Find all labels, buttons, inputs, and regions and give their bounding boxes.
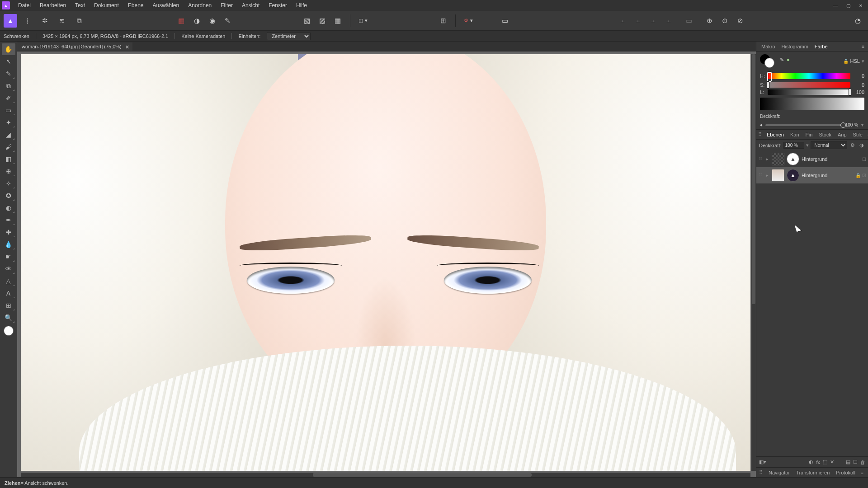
layers-panel-menu-icon[interactable]: ≡ xyxy=(866,132,868,137)
saturation-slider[interactable] xyxy=(768,82,850,88)
assistant-dropdown[interactable]: ⚙▾ xyxy=(461,16,476,25)
tab-protokoll[interactable]: Protokoll xyxy=(833,469,859,477)
layer-type-icon[interactable]: ▲ xyxy=(787,169,799,182)
add-adjustment-button[interactable]: ◐ xyxy=(809,459,813,465)
autocontrast-button[interactable]: ◉ xyxy=(205,14,219,28)
add-layer-button[interactable]: ☐ xyxy=(853,459,858,465)
tab-farbe[interactable]: Farbe xyxy=(811,42,831,51)
document-tab[interactable]: woman-1919143_640.jpg [Geändert] (75,0%)… xyxy=(17,42,132,51)
layer-thumbnail[interactable] xyxy=(772,153,784,165)
gradient-tool[interactable]: ◢ xyxy=(2,129,15,141)
tab-anpassung[interactable]: Anp xyxy=(835,131,850,139)
add-mask-button[interactable]: ⬚ xyxy=(823,459,827,465)
layer-item[interactable]: ⠿ ▸ ▲ Hintergrund ☐ xyxy=(756,151,868,167)
luminance-slider[interactable] xyxy=(768,89,850,95)
sync-cloud-button[interactable]: ⊘ xyxy=(733,14,747,28)
add-live-button[interactable]: ✕ xyxy=(830,459,834,465)
selection-a-button[interactable]: ▧ xyxy=(300,14,314,28)
menu-anordnen[interactable]: Anordnen xyxy=(184,0,216,10)
panel-grip-icon[interactable]: ⠿ xyxy=(759,469,763,475)
units-select[interactable]: Zentimeter xyxy=(267,32,311,40)
tab-histogramm[interactable]: Histogramm xyxy=(778,42,811,51)
checkbox-icon[interactable]: ☐ xyxy=(862,157,866,162)
merge-button[interactable]: ▤ xyxy=(846,459,850,465)
tab-pinsel[interactable]: Pin xyxy=(802,131,816,139)
selection-c-button[interactable]: ▦ xyxy=(331,14,344,28)
autolevels-button[interactable]: ◑ xyxy=(190,14,203,28)
foreground-color-swatch[interactable] xyxy=(4,326,14,336)
account-button[interactable]: ◔ xyxy=(851,14,864,28)
crop-tool[interactable]: ⧉ xyxy=(2,80,15,92)
preview-button[interactable]: ▭ xyxy=(498,14,512,28)
quickmask-dropdown[interactable]: ◫▾ xyxy=(356,16,370,25)
blur-tool[interactable]: 💧 xyxy=(2,239,15,250)
lock-icon[interactable]: 🔒 xyxy=(855,173,861,178)
dodge-tool[interactable]: ✪ xyxy=(2,190,15,202)
flood-select-tool[interactable]: ✦ xyxy=(2,117,15,128)
move-tool[interactable]: ↖ xyxy=(2,56,15,67)
selection-b-button[interactable]: ▨ xyxy=(316,14,329,28)
hue-slider[interactable] xyxy=(768,73,850,79)
canvas[interactable] xyxy=(21,54,750,471)
tab-ebenen[interactable]: Ebenen xyxy=(764,131,787,139)
eyedropper-icon[interactable]: ✎ xyxy=(780,57,784,63)
menu-hilfe[interactable]: Hilfe xyxy=(292,0,311,10)
visibility-icon[interactable]: ⠿ xyxy=(758,157,763,161)
mask-dropdown-button[interactable]: ◧▾ xyxy=(759,459,766,465)
persona-photo-button[interactable]: ▲ xyxy=(4,14,17,28)
menu-dokument[interactable]: Dokument xyxy=(90,0,123,10)
menu-auswaehlen[interactable]: Auswählen xyxy=(148,0,184,10)
layer-thumbnail[interactable] xyxy=(772,169,784,182)
panel-menu-icon[interactable]: ≡ xyxy=(860,44,866,49)
smudge-tool[interactable]: ☛ xyxy=(2,251,15,263)
menu-datei[interactable]: Datei xyxy=(14,0,35,10)
layer-opacity-input[interactable] xyxy=(783,142,804,149)
inpaint-tool[interactable]: ✧ xyxy=(2,178,15,189)
expand-icon[interactable]: ▸ xyxy=(765,173,769,178)
erase-tool[interactable]: ◧ xyxy=(2,153,15,165)
checkbox-icon[interactable]: ☑ xyxy=(862,173,866,178)
menu-bearbeiten[interactable]: Bearbeiten xyxy=(35,0,71,10)
burn-tool[interactable]: ◐ xyxy=(2,202,15,214)
zoom-tool[interactable]: 🔍 xyxy=(2,312,15,324)
sync-update-button[interactable]: ⊙ xyxy=(718,14,731,28)
shape-tool[interactable]: △ xyxy=(2,275,15,287)
hue-value[interactable]: 0 xyxy=(853,73,864,79)
chevron-down-icon[interactable]: ▾ xyxy=(860,122,864,127)
horizontal-scrollbar[interactable] xyxy=(21,473,750,477)
persona-develop-button[interactable]: ✲ xyxy=(38,14,52,28)
window-maximize-button[interactable]: ▢ xyxy=(843,1,854,9)
layer-item[interactable]: ⠿ ▸ ▲ Hintergrund 🔒 ☑ xyxy=(756,167,868,183)
visibility-icon[interactable]: ⠿ xyxy=(758,173,763,178)
selection-brush-tool[interactable]: ✐ xyxy=(2,92,15,104)
bottom-panel-menu-icon[interactable]: ≡ xyxy=(859,470,865,475)
tab-stock[interactable]: Stock xyxy=(816,131,835,139)
sync-add-button[interactable]: ⊕ xyxy=(703,14,716,28)
add-fx-button[interactable]: fx xyxy=(816,460,820,465)
vertical-scrollbar[interactable] xyxy=(751,54,756,471)
redeye-tool[interactable]: 👁 xyxy=(2,263,15,275)
window-minimize-button[interactable]: — xyxy=(830,1,841,9)
blend-mode-select[interactable]: Normal xyxy=(811,141,847,149)
persona-export-button[interactable]: ⧉ xyxy=(72,14,86,28)
healing-tool[interactable]: ✚ xyxy=(2,226,15,238)
chevron-down-icon[interactable]: ▾ xyxy=(806,142,809,148)
mesh-tool[interactable]: ⊞ xyxy=(2,300,15,311)
opacity-slider[interactable] xyxy=(765,124,844,126)
persona-tone-button[interactable]: ≋ xyxy=(55,14,69,28)
window-close-button[interactable]: ✕ xyxy=(855,1,866,9)
panel-grip-icon[interactable]: ⠿ xyxy=(758,131,762,137)
layer-options-button[interactable]: ◑ xyxy=(858,142,865,148)
color-picker-tool[interactable]: ✎ xyxy=(2,68,15,80)
lock-icon[interactable]: 🔒 xyxy=(843,59,849,64)
opacity-value[interactable]: 100 % xyxy=(845,122,858,127)
layer-mask-icon[interactable]: ▲ xyxy=(787,153,799,165)
persona-liquify-button[interactable]: ⦚ xyxy=(21,14,34,28)
autowb-button[interactable]: ✎ xyxy=(221,14,234,28)
tab-transformieren[interactable]: Transformieren xyxy=(793,469,833,477)
paint-brush-tool[interactable]: 🖌 xyxy=(2,141,15,153)
autocolor-button[interactable]: ▦ xyxy=(175,14,188,28)
tab-kanaele[interactable]: Kan xyxy=(787,131,802,139)
sample-icon[interactable]: ● xyxy=(787,57,790,63)
delete-layer-button[interactable]: 🗑 xyxy=(860,460,865,465)
